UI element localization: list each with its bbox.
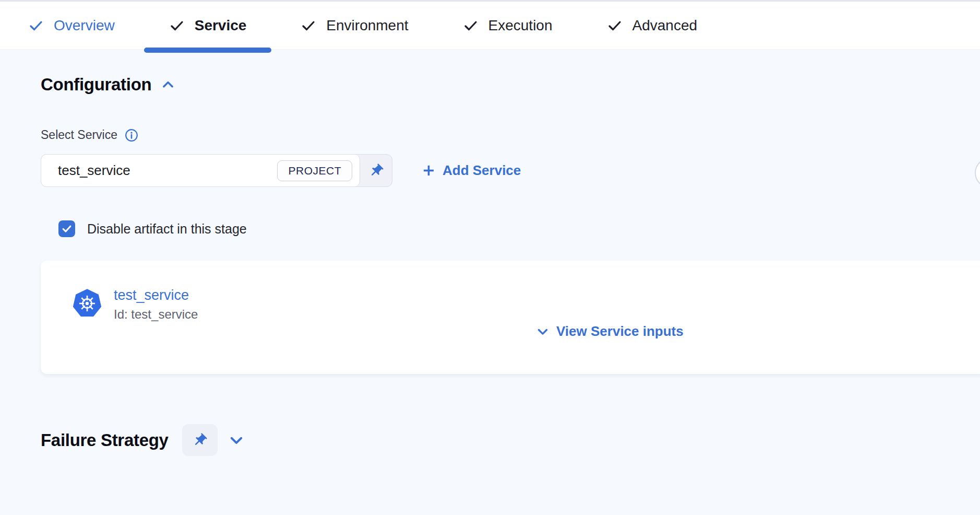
tab-advanced[interactable]: Advanced: [580, 2, 725, 49]
disable-artifact-label[interactable]: Disable artifact in this stage: [87, 221, 247, 237]
check-icon: [301, 18, 316, 33]
check-icon: [169, 18, 185, 33]
pin-icon: [368, 163, 384, 179]
check-icon: [463, 18, 479, 33]
chevron-down-icon: [535, 324, 550, 339]
plus-icon: [422, 163, 436, 178]
view-service-inputs-label: View Service inputs: [556, 323, 684, 340]
add-service-label: Add Service: [443, 162, 521, 179]
tab-execution[interactable]: Execution: [436, 2, 580, 49]
service-select-input[interactable]: test_service PROJECT: [41, 155, 360, 186]
disable-artifact-row: Disable artifact in this stage: [58, 220, 980, 237]
select-service-label-row: Select Service: [41, 128, 980, 142]
stage-tabbar: Overview Service Environment Execution A…: [0, 0, 980, 50]
tab-environment[interactable]: Environment: [273, 2, 435, 49]
tab-overview[interactable]: Overview: [1, 2, 142, 49]
service-identity: test_service Id: test_service: [72, 287, 198, 322]
chevron-up-icon[interactable]: [160, 77, 176, 92]
disable-artifact-checkbox[interactable]: [58, 220, 75, 237]
chevron-down-icon[interactable]: [228, 431, 245, 449]
tab-label: Environment: [326, 17, 408, 34]
service-pin-button[interactable]: [360, 155, 392, 186]
add-service-button[interactable]: Add Service: [422, 162, 521, 179]
failure-strategy-row: Failure Strategy: [41, 424, 980, 456]
stage-config-panel: Configuration Select Service test_servic…: [0, 75, 980, 456]
failure-strategy-title: Failure Strategy: [41, 430, 169, 450]
failure-strategy-pin-button[interactable]: [182, 424, 218, 456]
tab-service[interactable]: Service: [142, 2, 274, 49]
service-card: test_service Id: test_service View Servi…: [41, 261, 980, 374]
info-icon[interactable]: [125, 128, 138, 142]
service-identity-text: test_service Id: test_service: [114, 287, 198, 322]
check-icon: [607, 18, 623, 33]
tab-label: Advanced: [632, 17, 698, 34]
check-icon: [28, 18, 44, 33]
configuration-section-heading: Configuration: [41, 75, 980, 95]
service-select-group: test_service PROJECT: [41, 154, 392, 187]
service-name-link[interactable]: test_service: [114, 287, 198, 303]
configuration-title: Configuration: [41, 75, 151, 95]
view-service-inputs-button[interactable]: View Service inputs: [535, 323, 684, 340]
failure-strategy-heading: Failure Strategy: [41, 430, 169, 450]
tab-label: Overview: [54, 17, 115, 34]
service-scope-badge: PROJECT: [277, 160, 352, 181]
kubernetes-icon: [72, 288, 102, 319]
tab-label: Service: [195, 17, 247, 34]
service-select-value: test_service: [58, 162, 130, 179]
pin-icon: [192, 432, 208, 448]
service-id-text: Id: test_service: [114, 307, 198, 322]
tab-label: Execution: [488, 17, 553, 34]
select-service-row: test_service PROJECT Add Service: [41, 154, 980, 187]
select-service-label: Select Service: [41, 128, 117, 142]
